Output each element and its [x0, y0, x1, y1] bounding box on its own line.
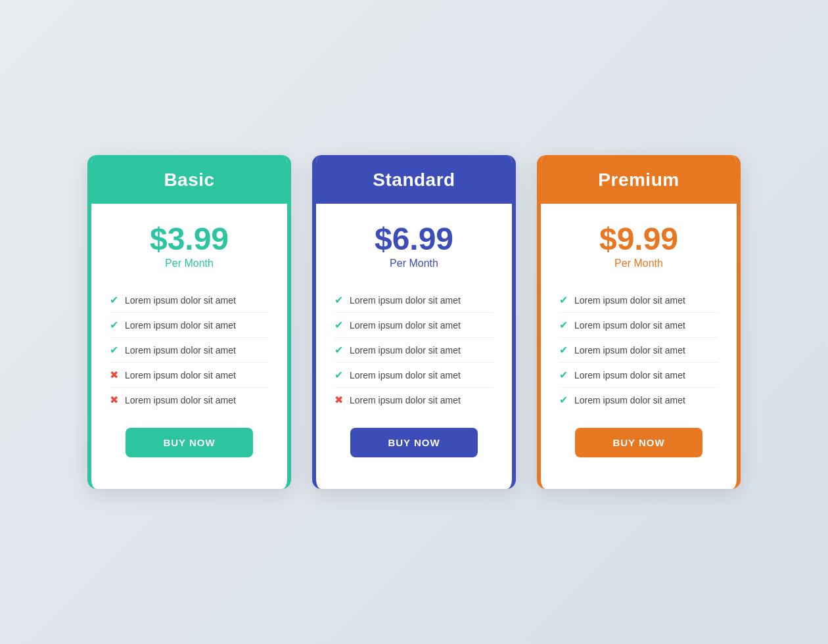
card-header-basic: Basic — [91, 155, 287, 204]
pricing-container: Basic$3.99Per Month✔Lorem ipsum dolor si… — [87, 155, 741, 490]
price-section-basic: $3.99Per Month — [110, 222, 269, 270]
check-yes-icon: ✔ — [559, 319, 568, 331]
per-month-standard: Per Month — [334, 258, 494, 269]
feature-text: Lorem ipsum dolor sit amet — [350, 320, 461, 331]
feature-text: Lorem ipsum dolor sit amet — [125, 295, 236, 306]
buy-button-basic[interactable]: BUY NOW — [126, 428, 253, 457]
feature-text: Lorem ipsum dolor sit amet — [574, 320, 685, 331]
card-header-standard: Standard — [316, 155, 512, 204]
price-standard: $6.99 — [334, 222, 494, 257]
buy-button-standard[interactable]: BUY NOW — [350, 428, 478, 457]
plan-name-basic: Basic — [111, 170, 267, 191]
feature-text: Lorem ipsum dolor sit amet — [125, 395, 236, 405]
feature-text: Lorem ipsum dolor sit amet — [125, 345, 236, 356]
list-item: ✔Lorem ipsum dolor sit amet — [559, 338, 718, 363]
check-yes-icon: ✔ — [334, 369, 343, 381]
pricing-card-standard: Standard$6.99Per Month✔Lorem ipsum dolor… — [312, 155, 516, 490]
per-month-basic: Per Month — [110, 258, 269, 269]
list-item: ✔Lorem ipsum dolor sit amet — [334, 288, 494, 313]
buy-button-premium[interactable]: BUY NOW — [575, 428, 702, 457]
price-basic: $3.99 — [110, 222, 269, 257]
card-body-basic: $3.99Per Month✔Lorem ipsum dolor sit ame… — [91, 204, 287, 490]
price-section-standard: $6.99Per Month — [334, 222, 494, 270]
pricing-card-premium: Premium$9.99Per Month✔Lorem ipsum dolor … — [537, 155, 741, 490]
check-yes-icon: ✔ — [110, 319, 118, 331]
list-item: ✔Lorem ipsum dolor sit amet — [559, 288, 718, 313]
list-item: ✔Lorem ipsum dolor sit amet — [334, 338, 494, 363]
check-no-icon: ✖ — [110, 394, 118, 406]
check-yes-icon: ✔ — [334, 319, 343, 331]
list-item: ✔Lorem ipsum dolor sit amet — [110, 338, 269, 363]
per-month-premium: Per Month — [559, 258, 718, 269]
list-item: ✔Lorem ipsum dolor sit amet — [559, 313, 718, 338]
list-item: ✖Lorem ipsum dolor sit amet — [110, 363, 269, 388]
check-yes-icon: ✔ — [559, 369, 568, 381]
card-body-standard: $6.99Per Month✔Lorem ipsum dolor sit ame… — [316, 204, 512, 490]
feature-text: Lorem ipsum dolor sit amet — [350, 345, 461, 356]
list-item: ✔Lorem ipsum dolor sit amet — [334, 363, 494, 388]
check-yes-icon: ✔ — [559, 294, 568, 306]
check-no-icon: ✖ — [110, 369, 118, 381]
check-no-icon: ✖ — [334, 394, 343, 406]
list-item: ✖Lorem ipsum dolor sit amet — [110, 388, 269, 412]
features-list-standard: ✔Lorem ipsum dolor sit amet✔Lorem ipsum … — [334, 288, 494, 412]
feature-text: Lorem ipsum dolor sit amet — [125, 320, 236, 331]
features-list-premium: ✔Lorem ipsum dolor sit amet✔Lorem ipsum … — [559, 288, 718, 412]
check-yes-icon: ✔ — [110, 344, 118, 356]
feature-text: Lorem ipsum dolor sit amet — [350, 295, 461, 306]
check-yes-icon: ✔ — [334, 294, 343, 306]
check-yes-icon: ✔ — [559, 394, 568, 406]
list-item: ✔Lorem ipsum dolor sit amet — [110, 288, 269, 313]
features-list-basic: ✔Lorem ipsum dolor sit amet✔Lorem ipsum … — [110, 288, 269, 412]
feature-text: Lorem ipsum dolor sit amet — [574, 345, 685, 356]
check-yes-icon: ✔ — [110, 294, 118, 306]
plan-name-standard: Standard — [336, 170, 492, 191]
list-item: ✔Lorem ipsum dolor sit amet — [110, 313, 269, 338]
plan-name-premium: Premium — [561, 170, 717, 191]
list-item: ✖Lorem ipsum dolor sit amet — [334, 388, 494, 412]
card-header-premium: Premium — [541, 155, 737, 204]
pricing-card-basic: Basic$3.99Per Month✔Lorem ipsum dolor si… — [87, 155, 291, 490]
feature-text: Lorem ipsum dolor sit amet — [125, 370, 236, 380]
check-yes-icon: ✔ — [559, 344, 568, 356]
feature-text: Lorem ipsum dolor sit amet — [574, 295, 685, 306]
list-item: ✔Lorem ipsum dolor sit amet — [559, 363, 718, 388]
check-yes-icon: ✔ — [334, 344, 343, 356]
card-body-premium: $9.99Per Month✔Lorem ipsum dolor sit ame… — [541, 204, 737, 490]
list-item: ✔Lorem ipsum dolor sit amet — [334, 313, 494, 338]
feature-text: Lorem ipsum dolor sit amet — [350, 395, 461, 405]
list-item: ✔Lorem ipsum dolor sit amet — [559, 388, 718, 412]
feature-text: Lorem ipsum dolor sit amet — [350, 370, 461, 380]
feature-text: Lorem ipsum dolor sit amet — [574, 395, 685, 405]
feature-text: Lorem ipsum dolor sit amet — [574, 370, 685, 380]
price-section-premium: $9.99Per Month — [559, 222, 718, 270]
price-premium: $9.99 — [559, 222, 718, 257]
